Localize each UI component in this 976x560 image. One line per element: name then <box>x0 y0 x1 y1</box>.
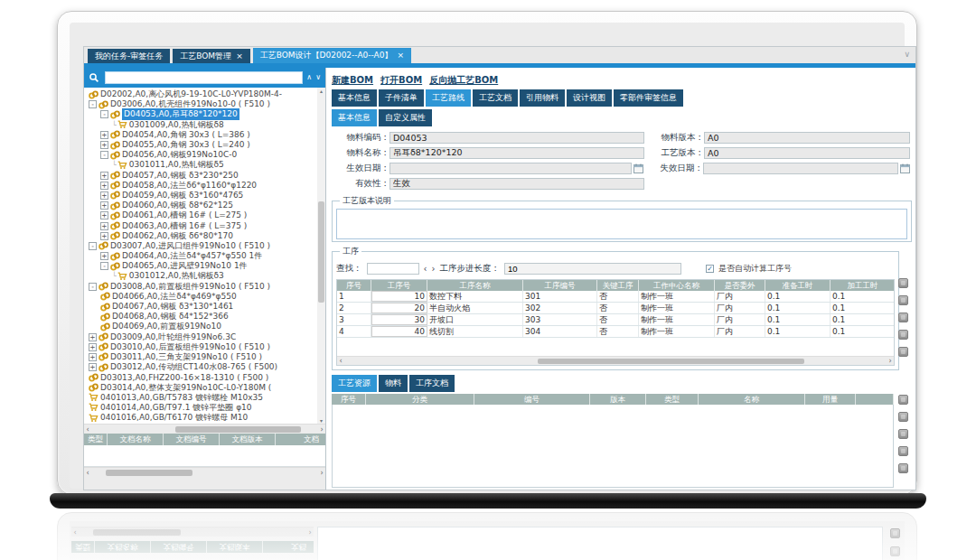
scroll-left-icon[interactable]: ‹ <box>337 357 344 366</box>
table-row[interactable]: 440线切割304否制作一班厂内0.10.1 <box>337 326 894 338</box>
tree-vertical-scrollbar[interactable]: ▴ ▾ <box>317 88 325 424</box>
tree-expander-icon[interactable]: + <box>89 343 97 351</box>
tree-hscroll-thumb[interactable] <box>175 426 301 433</box>
detail-sub-tab-2[interactable]: 自定义属性 <box>379 109 432 126</box>
tree-expander-icon[interactable]: + <box>100 201 108 210</box>
tree-expander-icon[interactable]: + <box>89 333 97 341</box>
resource-tab-1[interactable]: 工艺资源 <box>332 375 377 392</box>
chain-link-icon <box>110 110 120 119</box>
auto-calc-checkbox[interactable]: ✓ <box>706 265 714 273</box>
table-tool-icon[interactable] <box>898 278 908 288</box>
scroll-right-icon[interactable]: › <box>318 425 325 434</box>
tree-expander-icon[interactable]: - <box>100 262 108 270</box>
tree-expander-icon[interactable]: - <box>89 242 97 250</box>
tree-search-input[interactable] <box>105 71 303 84</box>
detail-tab-5[interactable]: 引用物料 <box>520 89 565 107</box>
resource-tab-3[interactable]: 工序文档 <box>409 375 455 392</box>
chevron-down-icon[interactable]: ∨ <box>904 50 910 59</box>
tree-scroll-thumb[interactable] <box>318 201 324 303</box>
effective-date-field[interactable] <box>389 163 632 174</box>
tree-expander-icon[interactable]: + <box>100 182 108 190</box>
table-tool-icon[interactable] <box>898 412 908 422</box>
detail-sub-tab-1[interactable]: 基本信息 <box>332 109 377 126</box>
expire-date-field[interactable] <box>703 163 898 174</box>
window-tab-2[interactable]: 工艺BOM管理× <box>173 49 249 63</box>
validity-field[interactable] <box>389 178 644 190</box>
table-tool-icon[interactable] <box>898 429 908 439</box>
tree-expander-icon[interactable]: - <box>100 110 108 118</box>
tree-item[interactable]: 0401016,A0,GB/T6170 镀锌螺母 M10 <box>86 413 316 423</box>
table-row[interactable]: 330开坡口303否制作一班厂内0.10.1 <box>337 314 894 326</box>
find-next-icon[interactable]: › <box>432 264 436 274</box>
tree-expander-icon[interactable]: + <box>100 141 108 149</box>
find-prev-icon[interactable]: ‹ <box>424 264 427 274</box>
tree-expander-icon[interactable]: + <box>89 353 97 361</box>
scroll-left-icon[interactable]: ‹ <box>84 468 91 478</box>
table-tool-icon[interactable] <box>898 295 908 305</box>
scroll-up-icon[interactable]: ▴ <box>317 88 325 94</box>
process-version-field[interactable] <box>704 147 910 159</box>
process-hscroll-thumb[interactable] <box>538 359 805 364</box>
process-column-header: 工序号 <box>371 280 427 291</box>
calendar-icon[interactable] <box>633 163 643 173</box>
document-horizontal-scrollbar[interactable]: ‹ › <box>84 467 325 477</box>
tree-item[interactable]: +D03012,A0,传动组CT140水08-765 ( F500) <box>86 362 316 372</box>
table-tool-icon[interactable] <box>898 313 908 322</box>
scroll-down-icon[interactable]: ▾ <box>317 417 325 424</box>
window-tab-3[interactable]: 工艺BOM设计【D02002--A0--A0】× <box>253 48 411 63</box>
search-prev-icon[interactable]: ∧ <box>306 74 312 81</box>
material-version-field[interactable] <box>704 132 910 144</box>
version-note-textarea[interactable] <box>336 209 907 239</box>
detail-tab-3[interactable]: 工艺路线 <box>426 89 471 107</box>
detail-tab-2[interactable]: 子件清单 <box>379 89 424 107</box>
detail-tab-6[interactable]: 设计视图 <box>567 89 612 107</box>
tree-horizontal-scrollbar[interactable]: ‹ › <box>84 424 325 434</box>
material-name-field[interactable] <box>389 147 644 159</box>
bom-action-link-1[interactable]: 新建BOM <box>332 74 373 87</box>
detail-tab-4[interactable]: 工艺文档 <box>473 89 518 107</box>
tree-expander-icon[interactable]: - <box>100 151 108 159</box>
table-row[interactable]: 220半自动火焰302否制作一班厂内0.10.1 <box>337 303 894 314</box>
table-tool-icon[interactable] <box>898 347 908 357</box>
process-section-row: 工序 查找： ‹ › 工序步进长度： ✓ <box>332 242 912 370</box>
detail-tab-7[interactable]: 零部件审签信息 <box>614 89 683 107</box>
tree-expander-icon[interactable]: + <box>100 232 108 240</box>
close-icon[interactable]: × <box>236 52 243 61</box>
scroll-left-icon[interactable]: ‹ <box>84 425 91 434</box>
find-input[interactable] <box>367 263 419 275</box>
step-length-input[interactable] <box>504 263 681 275</box>
window-tab-1[interactable]: 我的任务-审签任务 <box>88 49 170 63</box>
process-horizontal-scrollbar[interactable]: ‹ › <box>337 356 894 365</box>
document-hscroll-thumb[interactable] <box>106 470 192 476</box>
tree-expander-icon[interactable]: + <box>100 211 108 219</box>
tree-expander-icon[interactable]: + <box>100 172 108 180</box>
resource-tab-2[interactable]: 物料 <box>379 375 408 392</box>
table-tool-icon[interactable] <box>898 330 908 340</box>
table-tool-icon[interactable] <box>898 446 908 456</box>
search-next-icon[interactable]: ∨ <box>315 74 321 81</box>
cart-icon <box>117 120 127 129</box>
scroll-right-icon[interactable]: › <box>318 468 325 478</box>
table-tool-icon[interactable] <box>898 395 908 405</box>
table-tool-icon[interactable] <box>898 463 908 473</box>
bom-action-link-2[interactable]: 打开BOM <box>380 74 422 87</box>
tree-expander-icon[interactable]: - <box>89 283 97 291</box>
tree-expander-icon[interactable]: + <box>89 363 97 371</box>
tree-expander-icon[interactable]: + <box>100 131 108 139</box>
tree-expander-icon[interactable]: + <box>100 191 108 200</box>
table-tool-icon <box>890 546 900 556</box>
resource-toolbar <box>894 375 912 488</box>
scroll-right-icon[interactable]: › <box>887 357 894 366</box>
material-code-field[interactable] <box>389 132 644 144</box>
tree-expander-icon[interactable]: + <box>100 252 108 260</box>
table-row[interactable]: 110数控下料301否制作一班厂内0.10.1 <box>337 291 894 303</box>
process-cell: 0.1 <box>765 326 831 337</box>
bom-action-link-3[interactable]: 反向抛工艺BOM <box>429 74 498 87</box>
detail-tab-1[interactable]: 基本信息 <box>332 89 377 107</box>
tree-expander-icon[interactable]: + <box>100 222 108 230</box>
calendar-icon[interactable] <box>900 163 910 173</box>
tree-expander-icon[interactable]: - <box>89 100 97 108</box>
process-table-rows: 110数控下料301否制作一班厂内0.10.1220半自动火焰302否制作一班厂… <box>337 291 894 338</box>
close-icon[interactable]: × <box>397 51 404 60</box>
monitor-reflection: ‹ › 类型文档名称文档编号文档版本文档 <box>57 512 917 560</box>
